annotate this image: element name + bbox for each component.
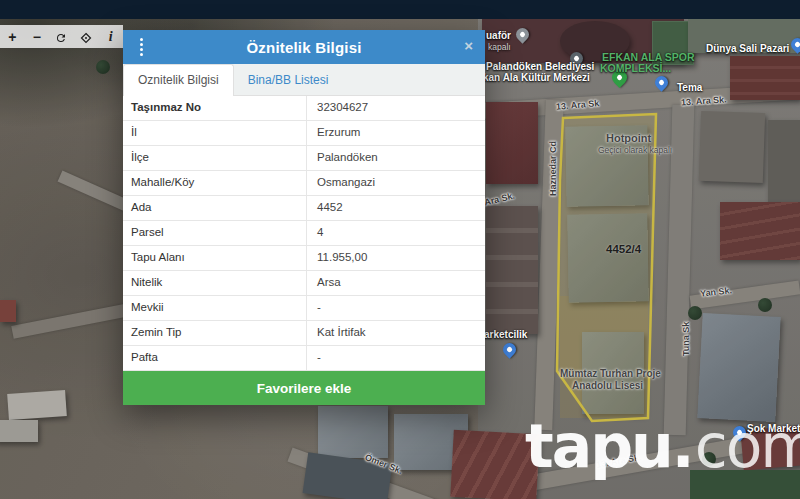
row-label: Mahalle/Köy [123, 171, 307, 195]
place-label-belediye-2: kan Ala Kültür Merkezi [483, 72, 590, 83]
place-label-spor-2: KOMPLEKSİ... [600, 62, 671, 74]
tapu-com-watermark: tapu.com [525, 413, 800, 479]
place-label-belediye-1: Palandöken Belediyesi [486, 61, 594, 72]
info-button[interactable]: i [101, 27, 121, 47]
row-value: Kat İrtifak [307, 321, 485, 345]
tab-oznitelik-bilgisi[interactable]: Oznitelik Bilgisi [123, 64, 234, 96]
table-row: Taşınmaz No 32304627 [123, 96, 485, 121]
row-label: Pafta [123, 346, 307, 370]
street-label-tuna: Tuna Sk [681, 298, 691, 356]
add-to-favorites-button[interactable]: Favorilere ekle [123, 371, 485, 405]
full-extent-icon[interactable] [76, 27, 96, 47]
table-row: Tapu Alanı 11.955,00 [123, 246, 485, 271]
close-icon[interactable]: × [464, 38, 473, 54]
place-status-kuafor: kapalı [488, 42, 511, 52]
browser-top-strip [0, 0, 800, 19]
row-value: Erzurum [307, 121, 485, 145]
row-label: Taşınmaz No [123, 96, 307, 120]
row-value: Osmangazi [307, 171, 485, 195]
row-label: Nitelik [123, 271, 307, 295]
row-value: 11.955,00 [307, 246, 485, 270]
row-label: Parsel [123, 221, 307, 245]
table-row: Pafta - [123, 346, 485, 371]
place-label-okul-1: Mümtaz Turhan Proje [560, 368, 661, 379]
row-value: 4452 [307, 196, 485, 220]
parcel-number-label: 4452/4 [606, 243, 641, 255]
watermark-light-text: com [695, 413, 800, 479]
table-row: Nitelik Arsa [123, 271, 485, 296]
place-status-hotpoint: Geçici olarak kapalı [598, 145, 672, 155]
map-toolbar: + − i [0, 25, 123, 48]
table-row: Mahalle/Köy Osmangazi [123, 171, 485, 196]
drag-handle-icon[interactable] [140, 38, 143, 56]
row-value: 32304627 [307, 96, 485, 120]
row-value: 4 [307, 221, 485, 245]
watermark-bold-text: tapu. [525, 413, 693, 479]
row-value: Palandöken [307, 146, 485, 170]
zoom-in-button[interactable]: + [2, 27, 22, 47]
row-value: Arsa [307, 271, 485, 295]
street-label-haznedar: Haznedar Cd [548, 116, 558, 196]
row-label: Mevkii [123, 296, 307, 320]
table-row: Parsel 4 [123, 221, 485, 246]
row-value: - [307, 346, 485, 370]
dialog-header[interactable]: Öznitelik Bilgisi × [123, 30, 485, 64]
row-label: Zemin Tip [123, 321, 307, 345]
zoom-out-button[interactable]: − [27, 27, 47, 47]
table-row: Mevkii - [123, 296, 485, 321]
place-label-marketcilik: arketcilik [484, 329, 527, 340]
table-row: İl Erzurum [123, 121, 485, 146]
row-value: - [307, 296, 485, 320]
dialog-title: Öznitelik Bilgisi [123, 39, 485, 56]
place-label-tema: Tema [677, 82, 702, 93]
row-label: İlçe [123, 146, 307, 170]
tab-bar: Oznitelik Bilgisi Bina/BB Listesi [123, 64, 485, 96]
place-label-hotpoint: Hotpoint [606, 132, 651, 144]
place-label-kuafor: uaför [486, 30, 511, 41]
refresh-icon[interactable] [51, 27, 71, 47]
table-row: Zemin Tip Kat İrtifak [123, 321, 485, 346]
row-label: Ada [123, 196, 307, 220]
attribute-info-dialog: Öznitelik Bilgisi × Oznitelik Bilgisi Bi… [123, 30, 485, 405]
tab-bina-bb-listesi[interactable]: Bina/BB Listesi [234, 65, 343, 95]
table-row: Ada 4452 [123, 196, 485, 221]
table-row: İlçe Palandöken [123, 146, 485, 171]
place-label-okul-2: Anadolu Lisesi [572, 380, 643, 391]
row-label: İl [123, 121, 307, 145]
app-window: uaför kapalı Palandöken Belediyesi kan A… [0, 0, 800, 499]
place-label-dunya-pazari: Dünya Sali Pazari [706, 43, 789, 54]
attribute-table: Taşınmaz No 32304627 İl Erzurum İlçe Pal… [123, 96, 485, 371]
row-label: Tapu Alanı [123, 246, 307, 270]
